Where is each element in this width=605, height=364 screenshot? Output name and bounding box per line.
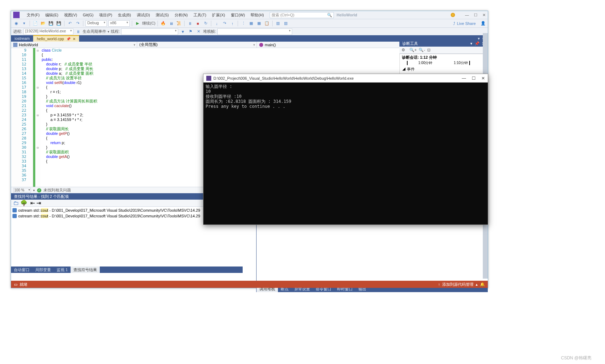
open-icon[interactable]: 📂 bbox=[40, 20, 46, 27]
diag-pin-icon[interactable]: 📌 bbox=[475, 41, 480, 46]
diag-dropdown-icon[interactable]: ▾ bbox=[470, 41, 472, 46]
account-icon[interactable]: 👤 bbox=[481, 21, 486, 26]
redo-icon[interactable]: ↷ bbox=[74, 20, 81, 27]
diag-events[interactable]: ◢ 事件 bbox=[402, 67, 485, 72]
tab-hello-world[interactable]: hello_world.cpp 📌 ✕ bbox=[33, 35, 79, 42]
menu-item[interactable]: 生成(B) bbox=[115, 13, 134, 17]
step-into-icon[interactable]: ↓ bbox=[213, 20, 220, 27]
nav-project[interactable]: HelloWorld bbox=[11, 42, 137, 48]
save-all-icon[interactable]: 💾 bbox=[56, 20, 62, 27]
menu-item[interactable]: 分析(N) bbox=[172, 13, 191, 17]
bottom-tab[interactable]: 局部变量 bbox=[32, 267, 54, 273]
stop-icon[interactable]: ■ bbox=[195, 20, 201, 27]
status-src-label[interactable]: 添加到源代码管理 bbox=[442, 282, 474, 287]
menu-item[interactable]: 视图(V) bbox=[61, 13, 80, 17]
nav-scope[interactable]: (全局范围) bbox=[137, 42, 257, 48]
console-title: D:\002_Project\006_Visual_Studio\HelloWo… bbox=[213, 76, 354, 80]
thread-label: 线程: bbox=[111, 29, 120, 34]
tab-iostream[interactable]: iostream bbox=[11, 35, 33, 42]
tool-icon-1[interactable]: ⋮ bbox=[240, 20, 247, 27]
nav-back-icon[interactable]: ◉ bbox=[13, 20, 20, 27]
menu-item[interactable]: 文件(F) bbox=[24, 13, 42, 17]
save-icon[interactable]: 💾 bbox=[48, 20, 54, 27]
menu-item[interactable]: Git(G) bbox=[80, 13, 96, 17]
bottom-tab[interactable]: 查找符号结果 bbox=[71, 267, 100, 273]
status-bell-icon[interactable]: 🔔 bbox=[480, 282, 485, 287]
menu-item[interactable]: 项目(P) bbox=[96, 13, 115, 17]
console-close-button[interactable]: ✕ bbox=[481, 76, 485, 81]
find-tree-icon[interactable]: 🌳 bbox=[20, 200, 27, 206]
pause-icon[interactable]: ⏸ bbox=[187, 20, 193, 27]
close-button[interactable]: ✕ bbox=[482, 13, 486, 17]
thread-filter-icon[interactable]: ▼ bbox=[180, 28, 186, 35]
tool-icon-2[interactable]: ▦ bbox=[248, 20, 254, 27]
bottom-tab[interactable]: 监视 1 bbox=[54, 267, 71, 273]
tab-pin-icon[interactable]: 📌 bbox=[66, 37, 71, 41]
diag-zoomin-icon[interactable]: 🔍+ bbox=[409, 48, 417, 52]
thread-x-icon[interactable]: ✕ bbox=[195, 28, 202, 35]
diag-reset-icon[interactable]: ⊡ bbox=[427, 48, 430, 52]
menu-item[interactable]: 测试(S) bbox=[153, 13, 172, 17]
new-file-icon[interactable]: 📄 bbox=[32, 20, 38, 27]
nav-fwd-icon[interactable]: ▾ bbox=[21, 20, 27, 27]
console-maximize-button[interactable]: ☐ bbox=[472, 76, 476, 81]
fold-column: ⊟⊟⊟⊟ bbox=[35, 48, 40, 187]
tool-icon-6[interactable]: ▥ bbox=[283, 20, 289, 27]
diag-zoomout-icon[interactable]: 🔍- bbox=[419, 48, 425, 52]
menu-item[interactable]: 帮助(H) bbox=[248, 13, 267, 17]
symbol-icon bbox=[12, 208, 17, 212]
browser-icon[interactable]: 🖥 bbox=[168, 20, 174, 27]
symbol-icon bbox=[12, 214, 17, 218]
undo-icon[interactable]: ↶ bbox=[67, 20, 73, 27]
diagnostic-tools-panel: 诊断工具 ▾📌✕ ⚙ 🔍+ 🔍- ⊡ 诊断会话: 1:12 分钟 1:00分钟 … bbox=[399, 40, 488, 74]
find-expand-icon[interactable]: ⇤ bbox=[30, 200, 35, 206]
window-controls: — ☐ ✕ bbox=[451, 13, 486, 17]
menu-item[interactable]: 调试(D) bbox=[134, 13, 153, 17]
diag-session: 诊断会话: 1:12 分钟 bbox=[402, 55, 485, 60]
process-combo[interactable]: [19228] HelloWorld.exe bbox=[24, 28, 73, 35]
toolbar-main: ◉ ▾ 📄 📂 💾 💾 ↶ ↷ Debug x86 ▶ 继续(C) 🔥 🖥 📜 … bbox=[11, 19, 488, 27]
menu-bar: 文件(F)编辑(E)视图(V)Git(G)项目(P)生成(B)调试(D)测试(S… bbox=[11, 11, 488, 19]
platform-combo[interactable]: x86 bbox=[108, 20, 130, 27]
search-input[interactable]: 搜索 (Ctrl+Q) 🔍 bbox=[270, 12, 334, 18]
hot-reload-icon[interactable]: 🔥 bbox=[160, 20, 166, 27]
continue-label[interactable]: 继续(C) bbox=[142, 21, 155, 26]
zoom-combo[interactable]: 100 % bbox=[13, 188, 31, 192]
toolbar-debug: 进程: [19228] HelloWorld.exe ⏸ 生命周期事件 ▾ 线程… bbox=[11, 27, 488, 35]
minimize-button[interactable]: — bbox=[465, 13, 469, 17]
console-minimize-button[interactable]: — bbox=[462, 76, 466, 81]
thread-flag-icon[interactable]: ⚑ bbox=[187, 28, 194, 35]
live-share-button[interactable]: ⤴ Live Share 👤 bbox=[453, 21, 486, 26]
tool-icon-3[interactable]: ▦ bbox=[256, 20, 262, 27]
console-titlebar: D:\002_Project\006_Visual_Studio\HelloWo… bbox=[203, 74, 488, 83]
status-src-arrow-icon: ↑ bbox=[438, 282, 440, 286]
tool-icon-5[interactable]: ▥ bbox=[275, 20, 281, 27]
feedback-icon[interactable] bbox=[451, 13, 455, 17]
script-icon[interactable]: 📜 bbox=[176, 20, 182, 27]
continue-icon[interactable]: ▶ bbox=[134, 20, 141, 27]
stack-combo[interactable] bbox=[217, 28, 292, 35]
diag-toolbar: ⚙ 🔍+ 🔍- ⊡ bbox=[399, 47, 488, 54]
config-combo[interactable]: Debug bbox=[86, 20, 107, 27]
menu-item[interactable]: 工具(T) bbox=[191, 13, 209, 17]
bottom-tabs-left: 自动窗口局部变量监视 1查找符号结果 bbox=[11, 267, 243, 273]
menu-item[interactable]: 窗口(W) bbox=[228, 13, 248, 17]
watermark: CSDN @韩曙亮 bbox=[561, 355, 591, 361]
maximize-button[interactable]: ☐ bbox=[474, 13, 477, 17]
bottom-tab[interactable]: 自动窗口 bbox=[11, 267, 32, 273]
find-clear-icon[interactable]: 🗀 bbox=[13, 200, 19, 206]
tool-icon-4[interactable]: 📋 bbox=[264, 20, 270, 27]
tab-close-icon[interactable]: ✕ bbox=[73, 37, 76, 41]
step-over-icon[interactable]: ↷ bbox=[221, 20, 228, 27]
step-out-icon[interactable]: ↑ bbox=[229, 20, 236, 27]
console-output[interactable]: 输入圆半径 : 10 接收到圆半径 :10 圆周长为 :62.8318 圆面积为… bbox=[203, 83, 488, 225]
issues-label: 未找到相关问题 bbox=[43, 188, 71, 193]
restart-icon[interactable]: ↻ bbox=[202, 20, 209, 27]
lifecycle-icon[interactable]: ⏸ bbox=[75, 28, 81, 35]
diag-settings-icon[interactable]: ⚙ bbox=[402, 48, 405, 52]
menu-item[interactable]: 扩展(X) bbox=[209, 13, 228, 17]
no-issues-icon: ✓ bbox=[37, 188, 41, 192]
thread-combo[interactable] bbox=[121, 28, 178, 35]
menu-item[interactable]: 编辑(E) bbox=[42, 13, 61, 17]
find-collapse-icon[interactable]: ⇥ bbox=[36, 200, 41, 206]
